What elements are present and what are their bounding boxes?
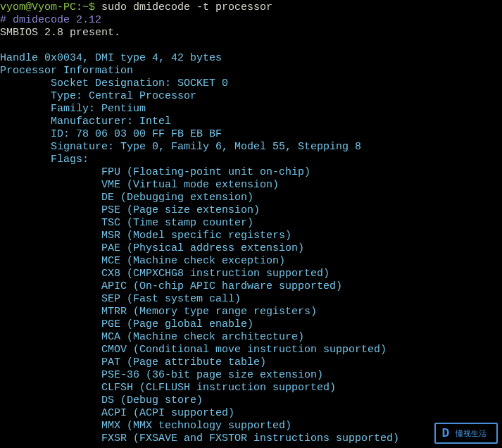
flag-item: MSR (Model specific registers) — [0, 230, 502, 242]
flag-item: ACPI (ACPI supported) — [0, 407, 502, 420]
terminal-prompt-line: vyom@Vyom-PC:~$ sudo dmidecode -t proces… — [0, 1, 502, 14]
field-family: Family: Pentium — [0, 103, 502, 116]
prompt-sep: : — [76, 1, 82, 13]
watermark-icon: D — [436, 424, 456, 442]
flag-item: MCE (Machine check exception) — [0, 255, 502, 268]
flag-item: CLFSH (CLFLUSH instruction supported) — [0, 382, 502, 394]
handle-line: Handle 0x0034, DMI type 4, 42 bytes — [0, 52, 502, 65]
flag-item: CX8 (CMPXCHG8 instruction supported) — [0, 268, 502, 280]
section-title: Processor Information — [0, 65, 502, 77]
flag-item: PSE (Page size extension) — [0, 204, 502, 217]
flag-item: PSE-36 (36-bit page size extension) — [0, 369, 502, 382]
flag-item: CMOV (Conditional move instruction suppo… — [0, 344, 502, 356]
flag-item: PAE (Physical address extension) — [0, 242, 502, 255]
field-socket: Socket Designation: SOCKET 0 — [0, 77, 502, 90]
flag-item: MMX (MMX technology supported) — [0, 420, 502, 433]
flag-item: TSC (Time stamp counter) — [0, 217, 502, 230]
flag-item: PAT (Page attribute table) — [0, 356, 502, 369]
flag-item: DE (Debugging extension) — [0, 192, 502, 204]
flag-item: MCA (Machine check architecture) — [0, 331, 502, 344]
field-flags-label: Flags: — [0, 154, 502, 166]
field-id: ID: 78 06 03 00 FF FB EB BF — [0, 128, 502, 141]
field-type: Type: Central Processor — [0, 90, 502, 103]
flag-item: SEP (Fast system call) — [0, 293, 502, 306]
flag-item: APIC (On-chip APIC hardware supported) — [0, 280, 502, 293]
smbios-version: SMBIOS 2.8 present. — [0, 27, 502, 39]
flag-item: FXSR (FXSAVE and FXSTOR instructions sup… — [0, 433, 502, 445]
watermark: D 懂视生活 — [434, 423, 498, 444]
prompt-user-host: vyom@Vyom-PC — [0, 1, 76, 13]
prompt-path: ~ — [82, 1, 89, 13]
dmidecode-version: # dmidecode 2.12 — [0, 14, 502, 27]
flag-item: PGE (Page global enable) — [0, 318, 502, 331]
blank-line — [0, 39, 502, 52]
flag-item: VME (Virtual mode extension) — [0, 179, 502, 192]
command-text: sudo dmidecode -t processor — [101, 1, 272, 13]
field-manufacturer: Manufacturer: Intel — [0, 116, 502, 128]
watermark-text: 懂视生活 — [456, 427, 487, 440]
field-signature: Signature: Type 0, Family 6, Model 55, S… — [0, 141, 502, 154]
flag-item: MTRR (Memory type range registers) — [0, 306, 502, 318]
prompt-sigil: $ — [89, 1, 101, 13]
flag-item: DS (Debug store) — [0, 394, 502, 407]
flag-item: FPU (Floating-point unit on-chip) — [0, 166, 502, 179]
flags-list: FPU (Floating-point unit on-chip)VME (Vi… — [0, 166, 502, 445]
